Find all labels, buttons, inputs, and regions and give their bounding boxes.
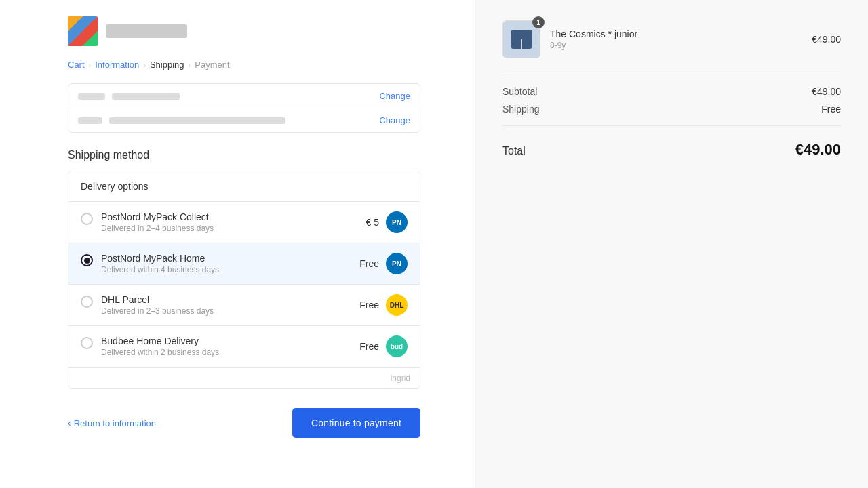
product-thumb-wrapper: 1 <box>502 20 540 58</box>
total-label: Total <box>502 145 526 157</box>
subtotal-value: €49.00 <box>812 86 841 97</box>
breadcrumb: Cart › Information › Shipping › Payment <box>68 60 420 70</box>
option-desc-2: Delivered within 4 business days <box>101 265 219 274</box>
product-price: €49.00 <box>812 34 841 45</box>
option-price-2: Free <box>359 258 379 269</box>
section-title-shipping: Shipping method <box>68 149 420 161</box>
breadcrumb-cart[interactable]: Cart <box>68 60 85 70</box>
continue-to-payment-button[interactable]: Continue to payment <box>292 408 420 438</box>
info-box: Change Change <box>68 83 420 133</box>
option-desc-4: Delivered within 2 business days <box>101 348 219 357</box>
option-left-1: PostNord MyPack Collect Delivered in 2–4… <box>81 211 214 233</box>
shipping-label: Shipping <box>502 104 540 115</box>
divider-1 <box>502 75 841 75</box>
option-right-3: Free DHL <box>359 294 408 316</box>
delivery-options-header: Delivery options <box>68 171 420 202</box>
divider-2 <box>502 125 841 126</box>
option-info-3: DHL Parcel Delivered in 2–3 business day… <box>101 294 214 316</box>
product-row: 1 The Cosmics * junior 8-9y €49.00 <box>502 20 841 58</box>
option-name-1: PostNord MyPack Collect <box>101 211 214 222</box>
subtotal-label: Subtotal <box>502 86 537 97</box>
info-value-1 <box>112 93 180 100</box>
option-name-3: DHL Parcel <box>101 294 214 305</box>
product-quantity-badge: 1 <box>532 16 545 28</box>
option-price-4: Free <box>359 341 379 352</box>
delivery-option-postnord-collect[interactable]: PostNord MyPack Collect Delivered in 2–4… <box>68 202 420 243</box>
breadcrumb-payment: Payment <box>195 60 229 70</box>
carrier-logo-dhl: DHL <box>386 294 408 316</box>
ingrid-watermark: ingrid <box>68 367 420 388</box>
info-value-2 <box>109 117 285 124</box>
option-right-1: € 5 PN <box>366 211 408 233</box>
info-row-1: Change <box>68 84 420 108</box>
carrier-logo-pn-2: PN <box>386 253 408 274</box>
option-info-1: PostNord MyPack Collect Delivered in 2–4… <box>101 211 214 233</box>
shorts-icon <box>511 30 532 49</box>
option-name-4: Budbee Home Delivery <box>101 336 219 346</box>
option-price-3: Free <box>359 300 379 310</box>
brand-logo <box>68 16 98 46</box>
total-value: €49.00 <box>795 141 841 159</box>
breadcrumb-information[interactable]: Information <box>95 60 139 70</box>
option-left-3: DHL Parcel Delivered in 2–3 business day… <box>81 294 214 316</box>
left-panel: Cart › Information › Shipping › Payment … <box>0 0 475 488</box>
delivery-option-postnord-home[interactable]: PostNord MyPack Home Delivered within 4 … <box>68 243 420 285</box>
breadcrumb-shipping: Shipping <box>150 60 184 70</box>
subtotal-row: Subtotal €49.00 <box>502 86 841 97</box>
delivery-option-dhl[interactable]: DHL Parcel Delivered in 2–3 business day… <box>68 285 420 326</box>
breadcrumb-sep-2: › <box>143 61 146 69</box>
radio-postnord-home[interactable] <box>81 254 93 266</box>
option-left-2: PostNord MyPack Home Delivered within 4 … <box>81 253 219 274</box>
total-row: Total €49.00 <box>502 137 841 159</box>
option-right-2: Free PN <box>359 253 408 274</box>
info-label-2 <box>78 117 102 124</box>
radio-dhl[interactable] <box>81 296 93 308</box>
change-link-1[interactable]: Change <box>379 91 410 101</box>
product-name: The Cosmics * junior <box>550 28 637 39</box>
delivery-option-budbee[interactable]: Budbee Home Delivery Delivered within 2 … <box>68 326 420 367</box>
option-name-2: PostNord MyPack Home <box>101 253 219 264</box>
info-row-1-left <box>78 93 180 100</box>
carrier-logo-pn-1: PN <box>386 211 408 233</box>
breadcrumb-sep-3: › <box>189 61 191 69</box>
product-variant: 8-9y <box>550 41 637 50</box>
info-row-2: Change <box>68 108 420 132</box>
radio-inner-postnord-home <box>84 258 90 264</box>
logo-area <box>68 16 420 46</box>
return-arrow-icon: ‹ <box>68 418 71 428</box>
breadcrumb-sep-1: › <box>89 61 92 69</box>
bottom-actions: ‹ Return to information Continue to paym… <box>68 408 420 438</box>
option-info-2: PostNord MyPack Home Delivered within 4 … <box>101 253 219 274</box>
option-right-4: Free bud <box>359 336 408 357</box>
info-label-1 <box>78 93 105 100</box>
radio-postnord-collect[interactable] <box>81 213 93 225</box>
info-row-2-left <box>78 117 285 124</box>
brand-name-placeholder <box>106 24 187 38</box>
radio-budbee[interactable] <box>81 337 93 349</box>
shipping-value: Free <box>821 104 841 115</box>
carrier-logo-budbee: bud <box>386 336 408 357</box>
shipping-row: Shipping Free <box>502 104 841 115</box>
option-info-4: Budbee Home Delivery Delivered within 2 … <box>101 336 219 357</box>
option-price-1: € 5 <box>366 217 379 228</box>
return-to-information-link[interactable]: ‹ Return to information <box>68 418 156 428</box>
option-desc-3: Delivered in 2–3 business days <box>101 306 214 316</box>
change-link-2[interactable]: Change <box>379 115 410 125</box>
delivery-options-box: Delivery options PostNord MyPack Collect… <box>68 171 420 389</box>
option-desc-1: Delivered in 2–4 business days <box>101 224 214 233</box>
product-details: The Cosmics * junior 8-9y <box>550 28 637 50</box>
product-left: 1 The Cosmics * junior 8-9y <box>502 20 637 58</box>
option-left-4: Budbee Home Delivery Delivered within 2 … <box>81 336 219 357</box>
return-link-label: Return to information <box>74 418 156 428</box>
right-panel: 1 The Cosmics * junior 8-9y €49.00 Subto… <box>475 0 868 488</box>
